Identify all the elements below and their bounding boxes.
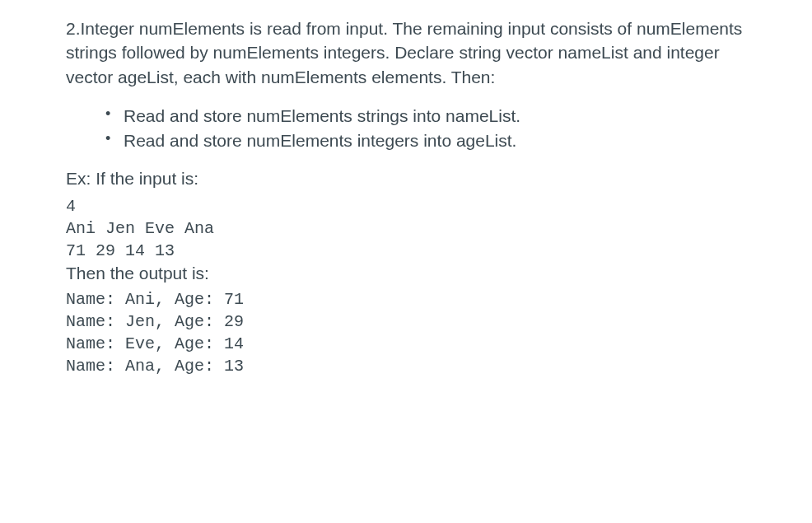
requirements-list: Read and store numElements strings into …	[66, 104, 746, 152]
problem-container: 2.Integer numElements is read from input…	[0, 0, 812, 394]
problem-description: 2.Integer numElements is read from input…	[66, 16, 746, 89]
list-item: Read and store numElements strings into …	[124, 104, 746, 128]
example-input-label: Ex: If the input is:	[66, 169, 746, 189]
example-output-label: Then the output is:	[66, 264, 746, 283]
list-item: Read and store numElements integers into…	[124, 128, 746, 152]
example-input-block: 4 Ani Jen Eve Ana 71 29 14 13	[66, 195, 746, 262]
example-output-block: Name: Ani, Age: 71 Name: Jen, Age: 29 Na…	[66, 288, 746, 377]
